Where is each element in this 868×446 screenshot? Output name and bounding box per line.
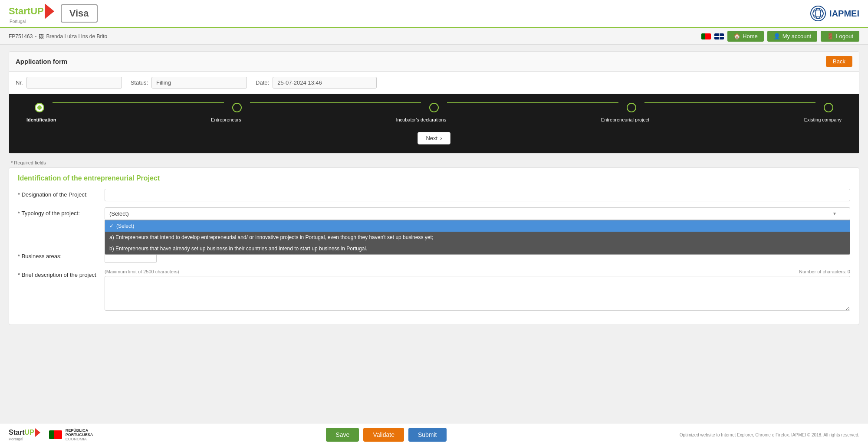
step-label-1: Identification [26, 117, 56, 122]
form-fields-row: Nr. Status: Date: [9, 72, 859, 94]
typology-dropdown[interactable]: (Select) ▼ [105, 207, 850, 220]
step-circle-1 [35, 103, 44, 112]
brief-desc-textarea[interactable] [105, 276, 850, 311]
step-dot-1 [37, 105, 42, 110]
startup-logo: StartUP Portugal [9, 3, 54, 24]
typology-option-2[interactable]: b) Entrepreneurs that have already set u… [105, 243, 850, 254]
business-areas-label: * Business areas: [18, 250, 105, 259]
logout-icon: 🚪 [827, 33, 834, 39]
identification-section: Identification of the entrepreneurial Pr… [9, 167, 859, 325]
home-icon: 🏠 [733, 33, 740, 39]
back-button[interactable]: Back [826, 56, 852, 67]
typology-option-1[interactable]: a) Entrepreneurs that intend to develop … [105, 232, 850, 243]
date-input [273, 77, 377, 89]
step-circle-5 [824, 103, 833, 112]
designation-label: * Designation of the Project: [18, 189, 105, 198]
connector-3 [447, 102, 618, 103]
brief-desc-control: (Maximum limit of 2500 characters) Numbe… [105, 269, 850, 312]
option-1-text: a) Entrepreneurs that intend to develop … [109, 234, 433, 240]
typology-label: * Typology of the project: [18, 207, 105, 216]
option-0-text: (Select) [116, 223, 134, 229]
logout-label: Logout [836, 33, 853, 39]
header-right: IAPMEI [810, 6, 859, 21]
next-label: Next [426, 135, 437, 141]
stepper-track [26, 102, 842, 113]
status-label: Status: [131, 79, 148, 86]
iapmei-text: IAPMEI [829, 9, 859, 19]
connector-2 [250, 102, 421, 103]
status-group: Status: [131, 77, 247, 89]
user-ref: FP751463 [9, 33, 33, 39]
step-circle-3 [429, 103, 439, 112]
step-label-2: Entrepreneurs [211, 117, 241, 122]
typology-dropdown-wrapper: (Select) ▼ ✓ (Select) a) Entrepreneurs t… [105, 207, 850, 220]
brief-desc-label-text: * Brief description of the project [18, 272, 96, 278]
step-circle-4 [627, 103, 636, 112]
connector-1 [53, 102, 224, 103]
typology-row: * Typology of the project: (Select) ▼ ✓ … [18, 207, 850, 220]
form-card-header: Application form Back [9, 52, 859, 72]
sub-header: FP751463 - 🖼 Brenda Luiza Lins de Brito … [0, 28, 868, 45]
designation-row: * Designation of the Project: [18, 189, 850, 201]
logo-text: StartUP [9, 6, 44, 17]
typology-dropdown-menu: ✓ (Select) a) Entrepreneurs that intend … [105, 220, 850, 255]
typology-option-0[interactable]: ✓ (Select) [105, 220, 850, 232]
nr-input[interactable] [26, 77, 122, 89]
stepper: Identification Entrepreneurs Incubator's… [9, 94, 859, 153]
step-5 [815, 103, 842, 112]
header-left: StartUP Portugal Visa [9, 3, 98, 24]
home-label: Home [743, 33, 758, 39]
iapmei-logo: IAPMEI [810, 6, 859, 21]
nr-group: Nr. [16, 77, 122, 89]
next-button[interactable]: Next › [418, 132, 450, 144]
logo-arrow-icon [45, 3, 54, 19]
flag-uk-icon[interactable] [714, 33, 724, 39]
dropdown-arrow-icon: ▼ [832, 211, 837, 216]
logout-button[interactable]: 🚪 Logout [821, 31, 859, 42]
page-header: StartUP Portugal Visa IAPMEI [0, 0, 868, 28]
designation-control [105, 189, 850, 201]
step-3 [421, 103, 447, 112]
flag-pt-icon[interactable] [701, 33, 711, 39]
designation-input[interactable] [105, 189, 850, 201]
char-count-text: Number of characters: 0 [799, 269, 850, 274]
option-2-text: b) Entrepreneurs that have already set u… [109, 246, 367, 252]
step-2 [224, 103, 250, 112]
user-account-icon: 👤 [773, 33, 780, 39]
step-circle-2 [232, 103, 242, 112]
step-label-3: Incubator's declarations [396, 117, 446, 122]
char-limit-text: (Maximum limit of 2500 characters) [105, 269, 179, 274]
user-info: FP751463 - 🖼 Brenda Luiza Lins de Brito [9, 33, 107, 39]
home-button[interactable]: 🏠 Home [727, 31, 764, 42]
typology-selected-value: (Select) [109, 210, 129, 217]
brief-desc-label: * Brief description of the project [18, 269, 105, 278]
visa-badge: Visa [61, 4, 98, 23]
nr-label: Nr. [16, 79, 23, 86]
date-group: Date: [256, 77, 377, 89]
typology-control: (Select) ▼ ✓ (Select) a) Entrepreneurs t… [105, 207, 850, 220]
main-content: Application form Back Nr. Status: Date: [0, 45, 868, 331]
step-label-4: Entrepreneurial project [601, 117, 649, 122]
iapmei-circle-icon [810, 6, 826, 21]
stepper-labels: Identification Entrepreneurs Incubator's… [26, 115, 842, 122]
user-icon: 🖼 [39, 33, 44, 39]
section-title: Identification of the entrepreneurial Pr… [18, 174, 850, 182]
checkmark-icon: ✓ [109, 223, 114, 229]
form-title: Application form [16, 58, 67, 65]
required-note: * Required fields [9, 158, 859, 167]
my-account-label: My account [783, 33, 811, 39]
step-4 [618, 103, 644, 112]
next-btn-wrapper: Next › [26, 128, 842, 147]
step-label-5: Existing company [804, 117, 842, 122]
separator: - [35, 33, 36, 39]
date-label: Date: [256, 79, 269, 86]
my-account-button[interactable]: 👤 My account [767, 31, 817, 42]
step-1 [26, 103, 53, 112]
brief-desc-row: * Brief description of the project (Maxi… [18, 269, 850, 312]
logo-sub-text: Portugal [10, 19, 26, 24]
next-arrow-icon: › [440, 135, 442, 141]
application-form-card: Application form Back Nr. Status: Date: [9, 51, 859, 154]
connector-4 [644, 102, 816, 103]
status-input [151, 77, 247, 89]
svg-point-0 [813, 10, 823, 17]
